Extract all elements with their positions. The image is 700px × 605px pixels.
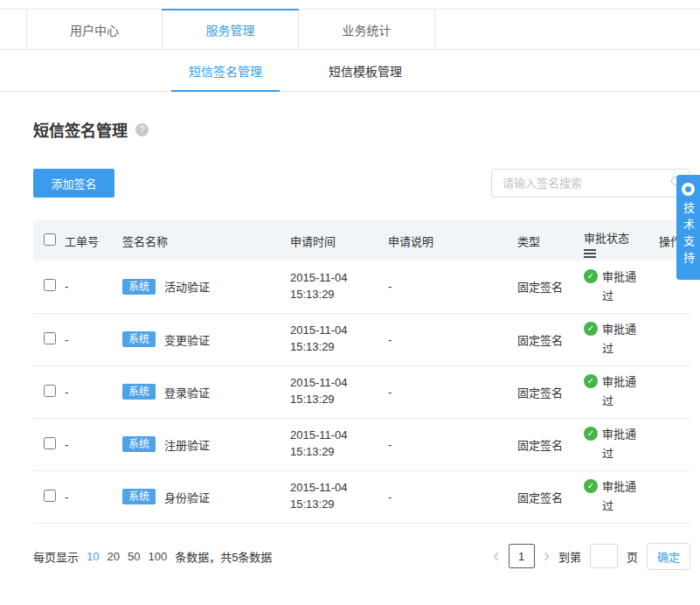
header-order-no: 工单号 (65, 220, 122, 261)
apply-desc-cell: - (388, 313, 517, 365)
tab-sms-template-management[interactable]: 短信模板管理 (311, 50, 419, 91)
page-size-option[interactable]: 100 (148, 550, 167, 563)
prev-page-icon[interactable]: ‹ (493, 546, 499, 566)
goto-page-input[interactable] (590, 544, 618, 568)
row-checkbox[interactable] (44, 437, 56, 449)
add-signature-button[interactable]: 添加签名 (33, 169, 114, 198)
system-badge: 系统 (122, 436, 156, 452)
signature-name: 身份验证 (164, 489, 210, 505)
signature-name: 登录验证 (164, 384, 210, 400)
type-cell: 固定签名 (517, 261, 584, 313)
order-no-cell: - (65, 261, 122, 313)
pager: ‹ 1 › 到第 页 确定 (493, 543, 690, 570)
header-type: 类型 (517, 220, 584, 261)
order-no-cell: - (65, 365, 122, 418)
order-no-cell: - (65, 418, 122, 470)
signature-table-body: - 系统 活动验证 2015-11-04 15:13:29 - 固定签名 ✓ 审… (33, 261, 690, 523)
goto-label: 到第 (558, 548, 581, 565)
status-cell: ✓ 审批通过 (584, 313, 659, 365)
status-text: 审批通过 (602, 372, 637, 411)
current-page-button[interactable]: 1 (509, 544, 535, 568)
help-icon[interactable]: ? (135, 123, 149, 136)
type-cell: 固定签名 (517, 470, 584, 523)
order-no-cell: - (65, 313, 122, 365)
support-tab[interactable]: 技术支持 (676, 175, 700, 280)
tab-service-management[interactable]: 服务管理 (163, 10, 299, 49)
data-count-label: 条数据，共5条数据 (175, 548, 272, 565)
header-signature-name: 签名名称 (122, 220, 290, 261)
apply-time-cell: 2015-11-04 15:13:29 (290, 365, 388, 418)
status-text: 审批通过 (602, 425, 637, 463)
tab-user-center[interactable]: 用户中心 (26, 10, 163, 49)
search-input[interactable] (491, 169, 690, 198)
status-text: 审批通过 (602, 268, 637, 306)
status-cell: ✓ 审批通过 (584, 261, 659, 313)
per-page-label: 每页显示 (33, 548, 79, 565)
signature-name: 注册验证 (164, 436, 210, 453)
status-cell: ✓ 审批通过 (584, 365, 659, 418)
type-cell: 固定签名 (517, 313, 584, 365)
header-approval-status: 审批状态 (584, 220, 659, 261)
order-no-cell: - (65, 470, 122, 523)
approval-status-label: 审批状态 (584, 229, 659, 246)
apply-time-cell: 2015-11-04 15:13:29 (290, 261, 388, 313)
page-size-area: 每页显示 102050100 条数据，共5条数据 (33, 548, 272, 565)
signature-name-cell: 系统 活动验证 (122, 261, 290, 313)
check-circle-icon: ✓ (584, 269, 598, 283)
toolbar: 添加签名 (33, 169, 690, 198)
action-cell (659, 418, 690, 470)
signature-table: 工单号 签名名称 申请时间 申请说明 类型 审批状态 操作 - 系统 活动验证 … (33, 220, 690, 524)
row-checkbox[interactable] (44, 279, 56, 291)
page-unit-label: 页 (627, 548, 638, 565)
title-row: 短信签名管理 ? (33, 118, 700, 141)
check-circle-icon: ✓ (584, 322, 598, 336)
status-text: 审批通过 (602, 320, 637, 358)
check-circle-icon: ✓ (584, 479, 598, 493)
system-badge: 系统 (122, 489, 156, 504)
sub-tab-bar: 短信签名管理 短信模板管理 (0, 50, 700, 92)
system-badge: 系统 (122, 331, 156, 347)
table-header-row: 工单号 签名名称 申请时间 申请说明 类型 审批状态 操作 (33, 220, 690, 261)
apply-desc-cell: - (388, 261, 517, 313)
apply-time-cell: 2015-11-04 15:13:29 (290, 470, 388, 523)
action-cell (659, 365, 690, 418)
tab-business-statistics[interactable]: 业务统计 (299, 10, 435, 49)
system-badge: 系统 (122, 384, 156, 400)
select-all-checkbox[interactable] (44, 233, 56, 246)
top-tab-bar: 用户中心 服务管理 业务统计 (0, 9, 700, 50)
row-checkbox[interactable] (44, 385, 56, 397)
search-box (491, 169, 690, 198)
signature-name: 变更验证 (164, 331, 210, 348)
header-apply-time: 申请时间 (290, 220, 388, 261)
pagination-bar: 每页显示 102050100 条数据，共5条数据 ‹ 1 › 到第 页 确定 (33, 543, 690, 570)
table-row: - 系统 登录验证 2015-11-04 15:13:29 - 固定签名 ✓ 审… (33, 365, 690, 418)
page-size-option[interactable]: 20 (107, 550, 119, 563)
apply-desc-cell: - (388, 418, 517, 470)
status-cell: ✓ 审批通过 (584, 470, 659, 523)
table-row: - 系统 注册验证 2015-11-04 15:13:29 - 固定签名 ✓ 审… (33, 418, 690, 470)
page-size-options: 102050100 (87, 550, 167, 563)
confirm-button[interactable]: 确定 (647, 543, 690, 570)
page-size-option[interactable]: 10 (87, 550, 99, 563)
signature-name-cell: 系统 身份验证 (122, 470, 290, 523)
action-cell (659, 470, 690, 523)
apply-desc-cell: - (388, 470, 517, 523)
tab-sms-signature-management[interactable]: 短信签名管理 (171, 50, 280, 91)
row-checkbox[interactable] (44, 332, 56, 344)
table-row: - 系统 身份验证 2015-11-04 15:13:29 - 固定签名 ✓ 审… (33, 470, 690, 523)
filter-icon[interactable] (584, 249, 596, 258)
action-cell (659, 313, 690, 365)
type-cell: 固定签名 (517, 365, 584, 418)
apply-desc-cell: - (388, 365, 517, 418)
status-text: 审批通过 (602, 477, 637, 516)
signature-name-cell: 系统 登录验证 (122, 365, 290, 418)
page-size-option[interactable]: 50 (128, 550, 140, 563)
type-cell: 固定签名 (517, 418, 584, 470)
next-page-icon[interactable]: › (544, 546, 550, 566)
signature-name: 活动验证 (164, 278, 210, 295)
page-title: 短信签名管理 (33, 118, 128, 141)
table-row: - 系统 活动验证 2015-11-04 15:13:29 - 固定签名 ✓ 审… (33, 261, 690, 313)
support-icon (682, 183, 695, 196)
row-checkbox[interactable] (44, 490, 56, 502)
signature-name-cell: 系统 注册验证 (122, 418, 290, 470)
